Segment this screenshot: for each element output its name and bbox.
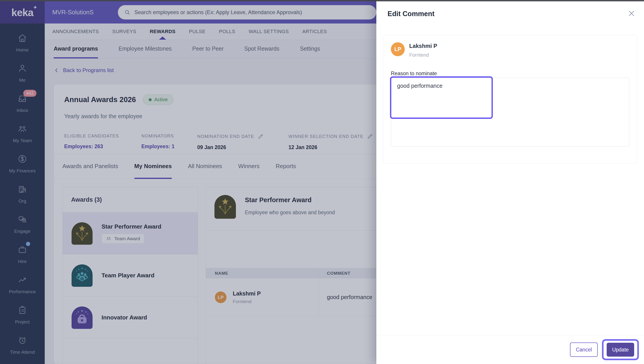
tab-surveys[interactable]: SURVEYS [112, 24, 136, 40]
back-to-programs-link[interactable]: Back to Programs list [54, 67, 114, 73]
search-placeholder: Search employees or actions (Ex: Apply L… [134, 9, 302, 16]
subtab-employee-milestones[interactable]: Employee Milestones [118, 40, 172, 58]
sidebar-item-home[interactable]: Home [0, 28, 45, 58]
alarm-icon [17, 335, 28, 346]
award-row-team-player[interactable]: Team Player Award [62, 255, 198, 297]
sidebar-nav: Home Me 442 Inbox My Team My Finances Or… [0, 24, 45, 364]
tab-all-nominees[interactable]: All Nominees [188, 155, 222, 179]
nominee-table-row[interactable]: LP Lakshmi P Forntend good performance [206, 278, 376, 316]
edit-pencil-icon[interactable] [258, 133, 264, 139]
rewards-sub-tabs: Award programs Employee Milestones Peer … [45, 40, 376, 59]
trend-icon [17, 275, 28, 286]
subtab-award-programs[interactable]: Award programs [54, 40, 98, 58]
user-icon [17, 63, 28, 74]
search-icon [124, 9, 130, 16]
edit-comment-modal: Edit Comment LP Lakshmi P Forntend Reaso… [376, 1, 644, 364]
awards-list-panel: Awards (3) Star Performer Award Team Awa… [62, 187, 198, 364]
reason-text-highlight[interactable]: good performance [390, 76, 493, 119]
close-icon[interactable] [627, 9, 636, 18]
inbox-badge: 442 [23, 90, 36, 97]
award-row-innovator[interactable]: Innovator Award [62, 297, 198, 339]
nominee-name: Lakshmi P [409, 43, 437, 49]
nominees-table-header: NAME COMMENT [206, 268, 376, 278]
company-name: MVR-SolutionS [52, 1, 94, 24]
team-award-tag: Team Award [102, 234, 144, 244]
update-button-highlight: Update [602, 339, 639, 360]
field-nomination-end-date: NOMINATION END DATE 09 Jan 2026 [197, 133, 288, 150]
people-icon [106, 236, 112, 242]
program-title: Annual Awards 2026 [64, 95, 136, 104]
tab-wall-settings[interactable]: WALL SETTINGS [249, 24, 289, 40]
sidebar-item-my-team[interactable]: My Team [0, 118, 45, 148]
hire-notification-dot [26, 242, 30, 246]
active-tab-indicator [159, 37, 166, 40]
clipboard-icon [17, 305, 28, 316]
eligible-candidates-link[interactable]: Employees: 263 [64, 143, 141, 149]
keka-logo[interactable]: keka✦ [0, 1, 45, 24]
nominee-role: Forntend [409, 52, 429, 58]
award-detail-title: Star Performer Award [245, 196, 335, 204]
tab-pulse[interactable]: PULSE [189, 24, 206, 40]
team-icon [17, 124, 28, 135]
sidebar-item-org[interactable]: Org [0, 179, 45, 209]
modal-title: Edit Comment [388, 10, 434, 18]
sidebar-item-inbox[interactable]: 442 Inbox [0, 88, 45, 118]
field-nominators: NOMINATORS Employees: 1 [141, 133, 197, 150]
status-dot-icon [149, 98, 152, 101]
top-header: MVR-SolutionS Search employees or action… [45, 1, 376, 24]
tab-articles[interactable]: ARTICLES [302, 24, 327, 40]
sidebar-item-performance[interactable]: Performance [0, 269, 45, 299]
footer-divider [376, 335, 644, 335]
avatar: LP [215, 291, 226, 303]
status-badge: Active [143, 94, 174, 105]
engage-chat-icon [17, 214, 28, 225]
column-name: NAME [206, 268, 319, 278]
field-eligible-candidates: ELIGIBLE CANDIDATES Employees: 263 [64, 133, 141, 150]
reason-label: Reason to nominate [391, 71, 437, 77]
tab-my-nominees[interactable]: My Nominees [134, 155, 172, 179]
column-comment: COMMENT [319, 268, 376, 278]
avatar: LP [391, 42, 405, 56]
app-screen: keka✦ MVR-SolutionS Search employees or … [0, 0, 644, 364]
subtab-spot-rewards[interactable]: Spot Rewards [244, 40, 279, 58]
sidebar-item-my-finances[interactable]: My Finances [0, 148, 45, 179]
tab-polls[interactable]: POLLS [219, 24, 235, 40]
innovator-badge-icon [72, 306, 92, 329]
awards-list-header: Awards (3) [62, 187, 198, 213]
chevron-left-icon [54, 67, 60, 73]
nominee-comment-cell: good performance [319, 278, 376, 316]
finances-icon [17, 154, 28, 165]
logo-text: keka [12, 7, 33, 18]
tab-rewards[interactable]: REWARDS [150, 24, 176, 40]
sidebar-item-me[interactable]: Me [0, 58, 45, 88]
edit-pencil-icon[interactable] [367, 133, 373, 139]
subtab-settings[interactable]: Settings [300, 40, 320, 58]
tab-winners[interactable]: Winners [238, 155, 260, 179]
global-search-input[interactable]: Search employees or actions (Ex: Apply L… [118, 5, 376, 20]
star-performer-badge-icon [72, 222, 92, 245]
tab-announcements[interactable]: ANNOUNCEMENTS [52, 24, 99, 40]
subtab-peer-to-peer[interactable]: Peer to Peer [192, 40, 224, 58]
sidebar-item-time-attend[interactable]: Time Attend [0, 330, 45, 360]
tab-awards-and-panelists[interactable]: Awards and Panelists [62, 155, 118, 179]
logo-spark-icon: ✦ [33, 5, 37, 10]
award-detail-panel: Star Performer Award Employee who goes a… [206, 187, 376, 364]
team-player-badge-icon [72, 264, 92, 287]
sidebar-item-project[interactable]: Project [0, 299, 45, 330]
award-detail-description: Employee who goes above and beyond [245, 210, 335, 216]
cancel-button[interactable]: Cancel [570, 342, 598, 357]
tab-reports[interactable]: Reports [276, 155, 296, 179]
sidebar-item-engage[interactable]: Engage [0, 209, 45, 239]
briefcase-icon [17, 244, 28, 256]
star-performer-badge-icon [214, 195, 236, 219]
sidebar-item-hire[interactable]: Hire [0, 239, 45, 269]
home-icon [17, 33, 28, 44]
nominators-link[interactable]: Employees: 1 [141, 143, 197, 149]
update-button[interactable]: Update [607, 343, 634, 356]
field-winner-selection-end-date: WINNER SELECTION END DATE 12 Jan 2026 [288, 133, 373, 150]
module-tabs: ANNOUNCEMENTS SURVEYS REWARDS PULSE POLL… [45, 24, 376, 40]
org-building-icon [17, 184, 28, 195]
nominee-comment-card: LP Lakshmi P Forntend Reason to nominate… [383, 35, 637, 163]
award-row-star-performer[interactable]: Star Performer Award Team Award [62, 213, 198, 255]
